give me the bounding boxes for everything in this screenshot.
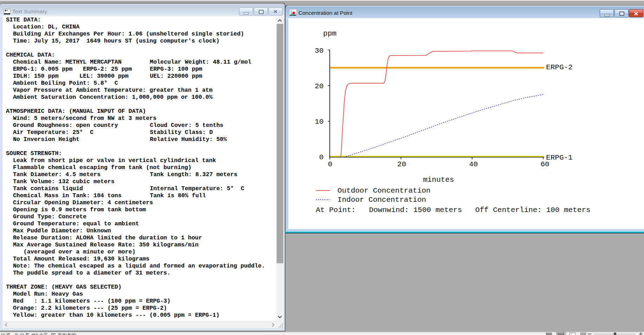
svg-text:ppm: ppm bbox=[323, 30, 336, 38]
svg-text:10: 10 bbox=[315, 118, 323, 126]
svg-text:40: 40 bbox=[469, 160, 478, 168]
svg-text:At Point: Downwind: 1500 met: At Point: Downwind: 1500 meters Off Cent… bbox=[316, 206, 590, 214]
svg-text:20: 20 bbox=[397, 160, 406, 168]
svg-text:0: 0 bbox=[319, 153, 323, 161]
svg-text:ERPG-1: ERPG-1 bbox=[546, 154, 573, 162]
svg-text:30: 30 bbox=[315, 46, 323, 54]
svg-text:ERPG-2: ERPG-2 bbox=[546, 63, 573, 71]
svg-text:20: 20 bbox=[315, 82, 323, 90]
svg-text:Outdoor Concentration: Outdoor Concentration bbox=[337, 186, 431, 194]
svg-text:Indoor Concentration: Indoor Concentration bbox=[337, 196, 426, 204]
svg-text:minutes: minutes bbox=[423, 176, 454, 184]
svg-text:0: 0 bbox=[328, 160, 332, 168]
